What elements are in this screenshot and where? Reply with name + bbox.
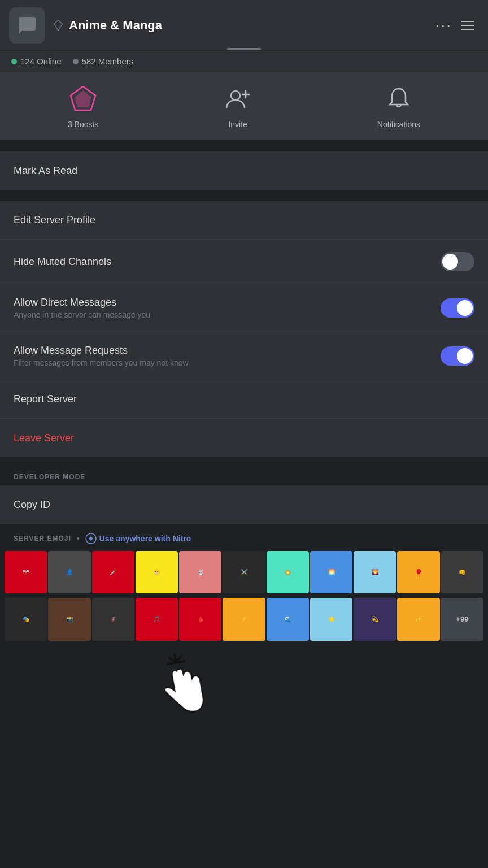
more-options-button[interactable]: ··· [431, 16, 456, 34]
emoji-cell[interactable]: 🌊 [267, 598, 309, 640]
allow-dm-toggle[interactable] [441, 298, 474, 318]
mark-as-read-card: Mark As Read [0, 151, 488, 190]
report-server-label: Report Server [14, 393, 77, 405]
allow-dm-subtitle: Anyone in the server can message you [14, 310, 432, 319]
mark-as-read-row[interactable]: Mark As Read [0, 151, 488, 190]
svg-line-8 [176, 656, 181, 662]
allow-requests-toggle[interactable] [441, 346, 474, 366]
boost-icon-container [68, 84, 98, 114]
invite-label: Invite [228, 120, 247, 129]
invite-icon-container [223, 84, 253, 114]
chat-icon [17, 15, 37, 36]
svg-point-3 [231, 91, 240, 100]
server-info-bar: 124 Online 582 Members [0, 51, 488, 72]
header-title-area: Anime & Manga [45, 18, 431, 33]
notifications-button[interactable]: Notifications [377, 84, 420, 129]
click-cursor-icon [141, 646, 220, 730]
svg-line-10 [168, 663, 176, 665]
emoji-cell[interactable]: 🌄 [354, 551, 396, 593]
emoji-cell[interactable]: ⚔️ [223, 551, 265, 593]
leave-server-label: Leave Server [14, 432, 74, 444]
emoji-cell[interactable]: 🦸 [92, 598, 134, 640]
nitro-icon [85, 533, 97, 544]
svg-line-7 [175, 654, 176, 663]
hide-muted-row: Hide Muted Channels [0, 240, 488, 284]
emoji-cell[interactable]: 🎵 [136, 598, 178, 640]
emoji-cell[interactable]: 👊 [441, 551, 483, 593]
emoji-more-button[interactable]: +99 [441, 598, 483, 640]
nitro-badge[interactable]: Use anywhere with Nitro [85, 533, 191, 544]
notifications-icon-container [384, 84, 414, 114]
allow-dm-row: Allow Direct Messages Anyone in the serv… [0, 284, 488, 332]
drag-handle [227, 48, 261, 50]
copy-id-row[interactable]: Copy ID [0, 485, 488, 524]
edit-profile-label: Edit Server Profile [14, 214, 95, 226]
mark-as-read-label: Mark As Read [14, 165, 77, 177]
allow-dm-label: Allow Direct Messages [14, 297, 432, 309]
notifications-label: Notifications [377, 120, 420, 129]
emoji-cell[interactable]: 📸 [48, 598, 90, 640]
server-icon [52, 19, 64, 32]
emoji-cell[interactable]: 💫 [354, 598, 396, 640]
gap-1 [0, 140, 488, 151]
boost-icon [69, 85, 97, 113]
server-name: Anime & Manga [69, 18, 162, 33]
emoji-cell[interactable]: 🐰 [179, 551, 221, 593]
svg-line-12 [176, 661, 185, 663]
member-count: 582 Members [73, 57, 134, 66]
hamburger-menu-button[interactable] [456, 16, 479, 34]
emoji-cell[interactable]: 🎭 [5, 598, 47, 640]
emoji-cell[interactable]: ✨ [397, 598, 439, 640]
copy-id-card: Copy ID [0, 485, 488, 524]
edit-profile-row[interactable]: Edit Server Profile [0, 201, 488, 240]
allow-requests-label: Allow Message Requests [14, 345, 432, 357]
header: Anime & Manga ··· [0, 0, 488, 51]
online-count: 124 Online [11, 57, 62, 66]
emoji-cell[interactable]: 🌟 [310, 598, 352, 640]
emoji-cell[interactable]: ⚡ [223, 598, 265, 640]
report-server-row[interactable]: Report Server [0, 380, 488, 419]
svg-marker-1 [75, 90, 91, 107]
emoji-cell[interactable]: 🥊 [397, 551, 439, 593]
settings-card: Edit Server Profile Hide Muted Channels … [0, 201, 488, 457]
developer-mode-section: DEVELOPER MODE Copy ID [0, 457, 488, 524]
invite-icon [224, 85, 251, 112]
emoji-cell[interactable]: 😁 [136, 551, 178, 593]
hide-muted-toggle[interactable] [441, 252, 474, 271]
member-dot [73, 59, 79, 64]
emoji-cell[interactable]: 🎌 [5, 551, 47, 593]
svg-line-9 [169, 658, 176, 663]
copy-id-label: Copy ID [14, 499, 50, 511]
leave-server-row[interactable]: Leave Server [0, 419, 488, 457]
online-dot [11, 59, 17, 64]
emoji-dot: • [77, 534, 80, 543]
server-avatar[interactable] [9, 7, 45, 44]
server-emoji-header: SERVER EMOJI • Use anywhere with Nitro [0, 524, 488, 549]
svg-line-11 [176, 661, 185, 663]
emoji-grid-row1: 🎌 👤 🗡️ 😁 🐰 ⚔️ 💥 🌅 🌄 🥊 👊 [0, 549, 488, 596]
boosts-label: 3 Boosts [68, 120, 98, 129]
invite-button[interactable]: Invite [223, 84, 253, 129]
boosts-button[interactable]: 3 Boosts [68, 84, 98, 129]
allow-requests-subtitle: Filter messages from members you may not… [14, 358, 432, 367]
notifications-icon [385, 85, 412, 112]
cursor-overlay [141, 646, 220, 732]
quick-actions-bar: 3 Boosts Invite Notifications [0, 72, 488, 140]
nitro-label: Use anywhere with Nitro [99, 534, 191, 543]
hide-muted-label: Hide Muted Channels [14, 256, 432, 268]
developer-mode-label: DEVELOPER MODE [0, 464, 488, 485]
emoji-cell[interactable]: 👤 [48, 551, 90, 593]
emoji-cell[interactable]: 💥 [267, 551, 309, 593]
server-emoji-label: SERVER EMOJI [14, 535, 71, 542]
emoji-cell[interactable]: 🗡️ [92, 551, 134, 593]
emoji-cell[interactable]: 🌅 [310, 551, 352, 593]
gap-2 [0, 190, 488, 201]
allow-requests-row: Allow Message Requests Filter messages f… [0, 332, 488, 380]
emoji-grid-row2: 🎭 📸 🦸 🎵 🩸 ⚡ 🌊 🌟 💫 ✨ +99 [0, 596, 488, 643]
emoji-cell[interactable]: 🩸 [179, 598, 221, 640]
